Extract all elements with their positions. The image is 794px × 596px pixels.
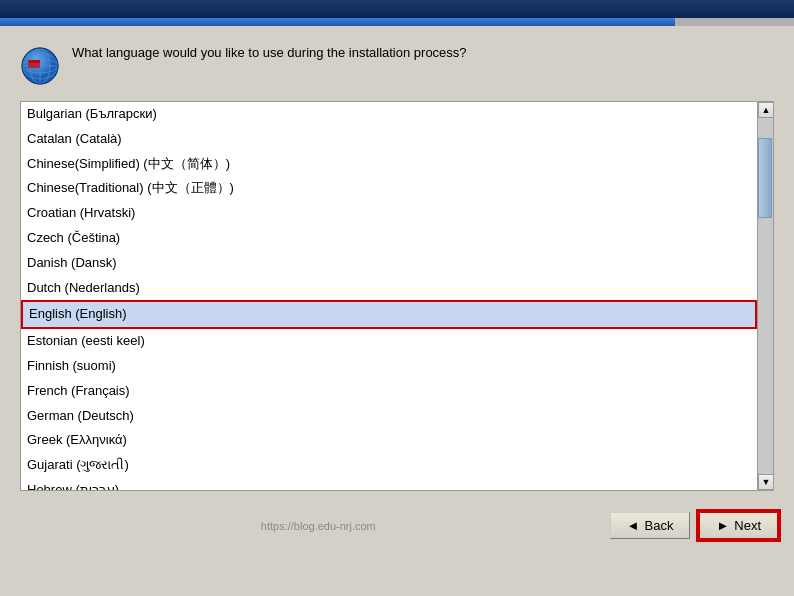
language-item-estonian[interactable]: Estonian (eesti keel) <box>21 329 757 354</box>
language-item-catalan[interactable]: Catalan (Català) <box>21 127 757 152</box>
language-item-hebrew[interactable]: Hebrew (עברית) <box>21 478 757 490</box>
language-list[interactable]: Bulgarian (Български)Catalan (Català)Chi… <box>21 102 757 490</box>
language-item-croatian[interactable]: Croatian (Hrvatski) <box>21 201 757 226</box>
scrollbar: ▲ ▼ <box>757 102 773 490</box>
language-item-finnish[interactable]: Finnish (suomi) <box>21 354 757 379</box>
progress-bar-fill <box>0 18 675 26</box>
svg-rect-8 <box>28 60 40 63</box>
back-arrow-icon: ◄ <box>627 518 640 533</box>
language-item-french[interactable]: French (Français) <box>21 379 757 404</box>
scroll-track[interactable] <box>758 118 773 474</box>
progress-bar-container <box>0 18 794 26</box>
language-item-danish[interactable]: Danish (Dansk) <box>21 251 757 276</box>
next-label: Next <box>734 518 761 533</box>
language-item-chinese-simplified[interactable]: Chinese(Simplified) (中文（简体）) <box>21 152 757 177</box>
scroll-up-arrow[interactable]: ▲ <box>758 102 774 118</box>
language-item-english[interactable]: English (English) <box>21 300 757 329</box>
globe-icon <box>20 44 60 89</box>
footer-url: https://blog.edu-nrj.com <box>15 520 602 532</box>
language-list-container: Bulgarian (Български)Catalan (Català)Chi… <box>20 101 774 491</box>
header-question: What language would you like to use duri… <box>72 44 467 62</box>
language-item-czech[interactable]: Czech (Čeština) <box>21 226 757 251</box>
footer-section: https://blog.edu-nrj.com ◄ Back ► Next <box>0 501 794 550</box>
language-item-gujarati[interactable]: Gujarati (ગુજરાતી) <box>21 453 757 478</box>
scroll-thumb[interactable] <box>758 138 772 218</box>
language-item-chinese-traditional[interactable]: Chinese(Traditional) (中文（正體）) <box>21 176 757 201</box>
language-item-bulgarian[interactable]: Bulgarian (Български) <box>21 102 757 127</box>
language-item-greek[interactable]: Greek (Ελληνικά) <box>21 428 757 453</box>
scroll-down-arrow[interactable]: ▼ <box>758 474 774 490</box>
header-section: What language would you like to use duri… <box>15 36 779 101</box>
next-button[interactable]: ► Next <box>698 511 779 540</box>
back-button[interactable]: ◄ Back <box>610 512 691 539</box>
next-arrow-icon: ► <box>716 518 729 533</box>
language-item-german[interactable]: German (Deutsch) <box>21 404 757 429</box>
main-content: What language would you like to use duri… <box>0 26 794 501</box>
back-label: Back <box>644 518 673 533</box>
language-item-dutch[interactable]: Dutch (Nederlands) <box>21 276 757 301</box>
top-bar <box>0 0 794 18</box>
